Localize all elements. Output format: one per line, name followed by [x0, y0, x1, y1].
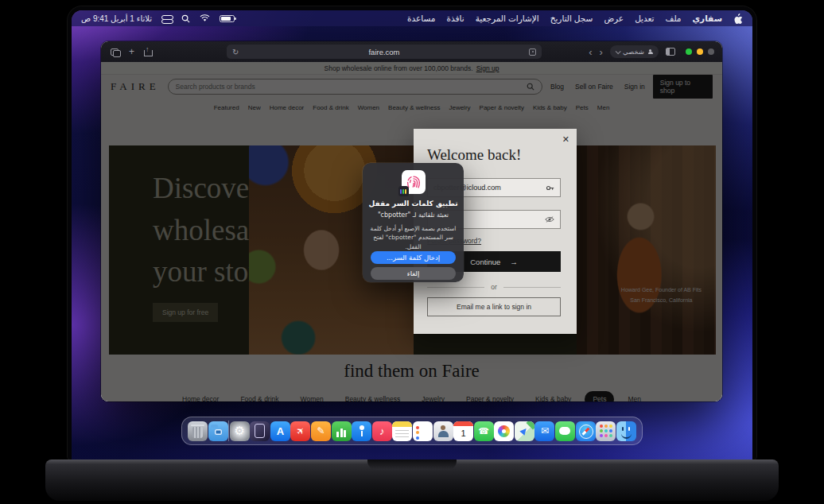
dock-trash-icon[interactable]: [188, 421, 208, 441]
toolbar-left-cluster: +: [101, 47, 152, 56]
dock-finder-icon[interactable]: [616, 421, 636, 441]
menu-window[interactable]: نافذة: [446, 14, 464, 23]
desktop-background: سفاري ملف تعديل عرض سجل التاريخ الإشارات…: [0, 0, 824, 504]
macbook-lid-notch: [367, 459, 457, 470]
passwords-app-badge-icon: [398, 186, 409, 196]
dock-numbers-icon[interactable]: [332, 421, 352, 441]
dock-calendar-icon[interactable]: 1: [453, 421, 473, 441]
window-close-button[interactable]: [708, 48, 714, 55]
touch-id-fingerprint-icon: [402, 170, 426, 194]
dock-notes-icon[interactable]: [392, 421, 412, 441]
dock-mail-icon[interactable]: ✉: [534, 421, 554, 441]
menu-help[interactable]: مساعدة: [407, 14, 435, 23]
dock-rocket-app-icon[interactable]: ✈: [290, 421, 310, 441]
dock-maps-icon[interactable]: [515, 421, 534, 441]
passwords-unlock-dialog: تطبيق كلمات السر مقفل تعبئة تلقائية لـ "…: [363, 163, 464, 282]
menu-bar: سفاري ملف تعديل عرض سجل التاريخ الإشارات…: [72, 10, 752, 26]
safari-window: + ↻ faire.com ‹ › شخصي: [101, 41, 722, 401]
dock-launchpad-icon[interactable]: [596, 421, 616, 441]
forward-icon[interactable]: ›: [600, 47, 603, 57]
toolbar-right-cluster: ‹ › شخصي: [589, 41, 722, 62]
window-zoom-button[interactable]: [686, 48, 692, 55]
close-icon[interactable]: ✕: [562, 134, 569, 145]
dock-pages-icon[interactable]: ✎: [311, 421, 331, 441]
menu-bookmarks[interactable]: الإشارات المرجعية: [476, 14, 539, 23]
reload-icon[interactable]: ↻: [232, 48, 239, 56]
desktop-wallpaper: سفاري ملف تعديل عرض سجل التاريخ الإشارات…: [72, 10, 752, 459]
dialog-subtitle: تعبئة تلقائية لـ "cbpotter": [363, 211, 464, 219]
dock-messages-icon[interactable]: [555, 421, 575, 441]
address-url: faire.com: [227, 48, 542, 56]
sidebar-toggle-icon[interactable]: [666, 48, 675, 56]
status-icons: ثلاثاء 1 أبريل 9:41 ص: [81, 14, 235, 23]
macbook-chassis: [45, 459, 779, 501]
new-tab-icon[interactable]: +: [129, 47, 134, 56]
email-link-signin-button[interactable]: Email me a link to sign in: [427, 297, 561, 316]
share-icon[interactable]: [144, 48, 152, 56]
continue-label: Continue: [470, 258, 500, 266]
menu-view[interactable]: عرض: [604, 14, 624, 23]
battery-icon[interactable]: [220, 15, 235, 22]
menu-edit[interactable]: تعديل: [635, 14, 654, 23]
window-minimize-button[interactable]: [697, 48, 703, 55]
dock-keynote-icon[interactable]: [352, 421, 371, 441]
dock-photos-icon[interactable]: [494, 421, 514, 441]
profile-switcher[interactable]: شخصي: [610, 45, 659, 58]
enter-password-button[interactable]: إدخال كلمة السر...: [371, 251, 456, 264]
menu-bar-clock[interactable]: ثلاثاء 1 أبريل 9:41 ص: [81, 14, 152, 23]
profile-person-icon: [647, 49, 653, 55]
safari-toolbar: + ↻ faire.com ‹ › شخصي: [101, 41, 722, 62]
tab-overview-icon[interactable]: [111, 48, 119, 56]
menu-safari[interactable]: سفاري: [693, 14, 723, 23]
dock: ⚙A✈✎♪1☎✉: [181, 417, 643, 445]
control-center-icon[interactable]: [161, 15, 172, 22]
eye-slash-icon[interactable]: [545, 215, 554, 223]
apple-menu-icon[interactable]: [733, 14, 743, 24]
macbook-screen: سفاري ملف تعديل عرض سجل التاريخ الإشارات…: [68, 6, 756, 459]
menu-history[interactable]: سجل التاريخ: [550, 14, 593, 23]
back-icon[interactable]: ‹: [589, 47, 592, 57]
dock-app-store-icon[interactable]: A: [270, 421, 290, 441]
extensions-icon[interactable]: [529, 48, 536, 56]
menu-file[interactable]: ملف: [666, 14, 682, 23]
cancel-button[interactable]: إلغاء: [371, 267, 456, 280]
profile-label: شخصي: [623, 48, 644, 56]
dialog-title: تطبيق كلمات السر مقفل: [363, 200, 464, 207]
chevron-down-icon: [616, 48, 621, 54]
dock-phone-icon[interactable]: ☎: [474, 421, 494, 441]
dialog-body: استخدم بصمة الإصبع أو أدخل كلمة سر المست…: [369, 224, 457, 251]
dock-system-settings-icon[interactable]: ⚙: [230, 421, 250, 441]
dock-safari-icon[interactable]: [576, 421, 596, 441]
dock-music-icon[interactable]: ♪: [372, 421, 392, 441]
wifi-icon[interactable]: [200, 14, 210, 22]
arrow-right-icon: →: [510, 258, 518, 266]
modal-title: Welcome back!: [427, 146, 521, 164]
window-controls: [686, 48, 714, 55]
or-label: or: [491, 283, 497, 291]
or-divider: or: [427, 283, 561, 291]
spotlight-search-icon[interactable]: [181, 14, 190, 23]
dock-reminders-icon[interactable]: [413, 421, 433, 441]
dock-contacts-icon[interactable]: [433, 421, 453, 441]
address-bar[interactable]: ↻ faire.com: [227, 45, 542, 59]
dock-downloads-folder-icon[interactable]: [208, 421, 228, 441]
dock-iphone-mirroring-icon[interactable]: [250, 421, 270, 441]
passwords-autofill-key-icon[interactable]: [546, 184, 554, 192]
